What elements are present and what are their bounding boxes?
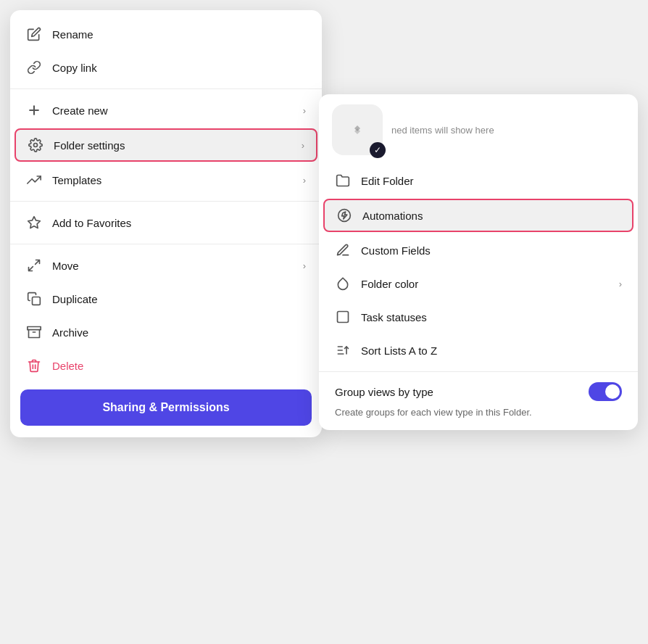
- custom-fields-icon: [335, 242, 351, 258]
- menu-item-duplicate[interactable]: Duplicate: [10, 282, 322, 315]
- folder-color-label: Folder color: [361, 278, 418, 290]
- menu-item-delete[interactable]: Delete: [10, 349, 322, 382]
- toggle-label: Group views by type: [335, 386, 433, 398]
- delete-label: Delete: [52, 360, 83, 372]
- template-icon: [26, 172, 42, 188]
- templates-label: Templates: [52, 174, 101, 186]
- move-label: Move: [52, 260, 79, 272]
- checkmark-badge: ✓: [370, 142, 386, 158]
- divider-3: [10, 244, 322, 244]
- menu-item-sort-lists[interactable]: Sort Lists A to Z: [319, 334, 638, 367]
- menu-item-edit-folder[interactable]: Edit Folder: [319, 164, 638, 197]
- menu-item-create-new[interactable]: Create new ›: [10, 94, 322, 127]
- star-icon: [26, 215, 42, 231]
- trash-icon: [26, 358, 42, 373]
- folder-icon: [335, 173, 351, 189]
- toggle-area: Group views by type Create groups for ea…: [319, 371, 638, 423]
- app-icon-text: ned items will show here: [391, 125, 494, 136]
- menu-item-copy-link[interactable]: Copy link: [10, 51, 322, 84]
- move-icon: [26, 257, 42, 273]
- copy-link-label: Copy link: [52, 62, 97, 74]
- automations-label: Automations: [362, 210, 423, 222]
- svg-point-2: [34, 144, 38, 147]
- svg-marker-3: [28, 217, 41, 228]
- toggle-description: Create groups for each view type in this…: [335, 405, 622, 420]
- menu-item-add-favorites[interactable]: Add to Favorites: [10, 206, 322, 239]
- sort-lists-label: Sort Lists A to Z: [361, 344, 437, 357]
- divider-1: [10, 88, 322, 89]
- chevron-right-icon: ›: [303, 175, 306, 186]
- droplet-icon: [335, 276, 351, 292]
- app-icon-box: ✓: [332, 104, 383, 155]
- menu-item-automations[interactable]: Automations: [323, 199, 634, 232]
- divider-2: [10, 201, 322, 202]
- chevron-right-icon: ›: [619, 278, 622, 289]
- svg-rect-9: [338, 312, 349, 323]
- menu-item-folder-settings[interactable]: Folder settings ›: [14, 128, 317, 162]
- archive-icon: [26, 324, 42, 340]
- folder-settings-label: Folder settings: [54, 139, 125, 152]
- svg-rect-5: [28, 327, 41, 330]
- menu-item-folder-color[interactable]: Folder color ›: [319, 267, 638, 300]
- menu-item-move[interactable]: Move ›: [10, 249, 322, 282]
- custom-fields-label: Custom Fields: [361, 244, 431, 257]
- task-statuses-label: Task statuses: [361, 311, 427, 323]
- sharing-permissions-button[interactable]: Sharing & Permissions: [20, 389, 312, 426]
- edit-icon: [26, 26, 42, 42]
- chevron-right-icon: ›: [303, 105, 306, 116]
- gear-icon: [28, 137, 43, 153]
- plus-icon: [26, 102, 42, 118]
- svg-rect-4: [33, 297, 41, 305]
- add-favorites-label: Add to Favorites: [52, 217, 131, 229]
- sort-icon: [335, 342, 351, 358]
- menu-item-task-statuses[interactable]: Task statuses: [319, 300, 638, 334]
- bolt-icon: [336, 207, 352, 223]
- archive-label: Archive: [52, 326, 88, 339]
- chevron-right-icon: ›: [303, 260, 306, 271]
- duplicate-icon: [26, 291, 42, 307]
- toggle-row: Group views by type: [335, 382, 622, 401]
- chevron-right-icon: ›: [302, 140, 304, 151]
- menu-item-rename[interactable]: Rename: [10, 17, 322, 51]
- menu-item-templates[interactable]: Templates ›: [10, 163, 322, 197]
- group-views-toggle[interactable]: [589, 382, 622, 401]
- right-submenu: ✓ ned items will show here Edit Folder A…: [319, 94, 638, 430]
- app-icon-area: ✓ ned items will show here: [319, 102, 638, 164]
- menu-item-custom-fields[interactable]: Custom Fields: [319, 234, 638, 267]
- square-icon: [335, 309, 351, 325]
- link-icon: [26, 59, 42, 75]
- create-new-label: Create new: [52, 104, 108, 117]
- rename-label: Rename: [52, 28, 94, 41]
- duplicate-label: Duplicate: [52, 293, 98, 305]
- menu-item-archive[interactable]: Archive: [10, 315, 322, 349]
- edit-folder-label: Edit Folder: [361, 175, 414, 187]
- left-context-menu: Rename Copy link Create new › Fol: [10, 10, 322, 437]
